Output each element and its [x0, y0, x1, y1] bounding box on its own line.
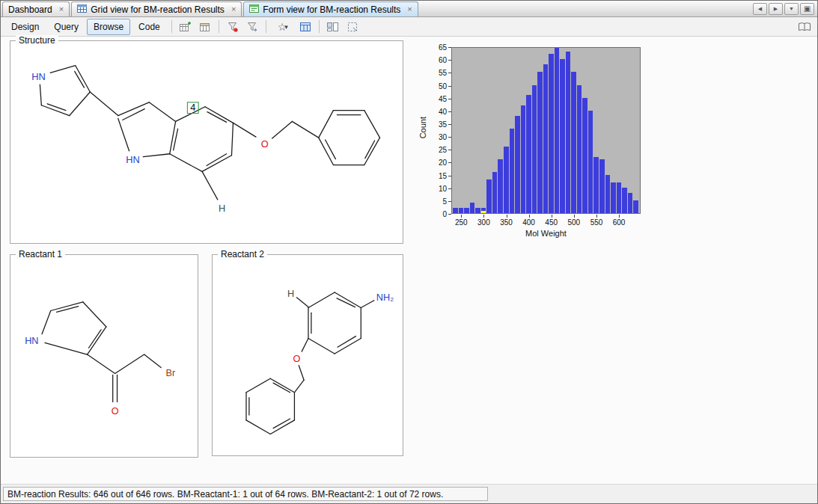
histogram-bar[interactable] — [566, 52, 571, 213]
edit-grid-icon[interactable] — [196, 19, 214, 34]
histogram-bar[interactable] — [588, 111, 593, 213]
x-tick-label: 450 — [545, 218, 558, 227]
histogram-bar[interactable] — [486, 179, 492, 213]
form-layout-icon[interactable] — [324, 19, 342, 34]
histogram-bar[interactable] — [526, 95, 531, 213]
y-tick-mark — [448, 124, 451, 125]
histogram-bar[interactable] — [599, 159, 605, 213]
structure-panel: Structure — [10, 40, 403, 244]
save-table-icon[interactable] — [296, 19, 314, 34]
reactant1-panel: Reactant 1 — [10, 254, 198, 458]
histogram-plot[interactable] — [451, 47, 641, 214]
histogram-bar[interactable] — [453, 208, 458, 213]
form-view-content: Structure — [1, 37, 817, 484]
y-tick-mark — [448, 111, 451, 112]
histogram-bar[interactable] — [555, 47, 560, 213]
tab-label: Form view for BM-reaction Results — [263, 4, 400, 15]
star-dropdown-caret-icon[interactable]: ▾ — [284, 23, 288, 31]
status-bar: BM-reaction Results: 646 out of 646 rows… — [1, 484, 817, 503]
histogram-bar[interactable] — [498, 159, 503, 213]
x-axis-label: Mol Weight — [451, 229, 641, 238]
histogram-bar[interactable] — [532, 85, 537, 214]
y-tick-label: 0 — [421, 210, 447, 218]
y-tick-label: 15 — [421, 172, 447, 180]
histogram-bar[interactable] — [543, 64, 549, 213]
histogram-bar[interactable] — [510, 129, 515, 213]
tab-list-dropdown-button[interactable]: ▼ — [784, 3, 799, 15]
app-window: Dashboard × Grid view for BM-reaction Re… — [0, 0, 818, 504]
histogram-bar[interactable] — [628, 193, 633, 213]
histogram-bar[interactable] — [593, 157, 599, 214]
reactant1-canvas[interactable]: HN O Br — [13, 257, 195, 455]
histogram-bar[interactable] — [560, 59, 565, 213]
histogram-bar[interactable] — [617, 182, 622, 213]
histogram-bar[interactable] — [492, 172, 498, 213]
x-tick-mark — [529, 215, 530, 218]
favorites-star-icon[interactable]: ☆ ▾ — [271, 19, 295, 34]
tab-close-icon[interactable]: × — [407, 5, 412, 13]
histogram-bar[interactable] — [633, 200, 638, 213]
atom-label-h: H — [287, 289, 294, 299]
maximize-view-button[interactable]: ▣ — [800, 3, 814, 15]
add-grid-icon[interactable] — [177, 19, 195, 34]
toolbar-separator — [219, 20, 219, 33]
histogram-bar[interactable] — [622, 188, 627, 213]
atom-label-o: O — [293, 354, 300, 364]
structure-canvas[interactable]: 4 HN HN O H — [13, 43, 400, 241]
histogram-bar[interactable] — [571, 72, 576, 213]
x-tick-label: 500 — [567, 218, 580, 227]
y-tick-label: 30 — [421, 133, 447, 141]
atom-label-o: O — [112, 406, 119, 417]
x-tick-label: 600 — [613, 218, 626, 227]
browse-button[interactable]: Browse — [87, 19, 130, 35]
histogram-bar[interactable] — [605, 175, 611, 214]
toolbar-separator — [266, 20, 266, 33]
tab-dashboard[interactable]: Dashboard × — [2, 1, 70, 16]
y-tick-mark — [448, 73, 451, 73]
filter-icon[interactable] — [224, 19, 242, 34]
histogram-bar[interactable] — [521, 105, 526, 213]
reactant2-panel: Reactant 2 — [212, 254, 403, 456]
scroll-tabs-left-button[interactable]: ◀ — [753, 3, 767, 15]
mol-weight-chart: Count Mol Weight 05101520253035404550556… — [417, 41, 660, 243]
atom-label-o: O — [261, 138, 269, 150]
tab-grid-view[interactable]: Grid view for BM-reaction Results × — [71, 1, 242, 16]
selection-marquee-icon[interactable] — [344, 19, 361, 34]
atom-label-nh: HN — [31, 71, 45, 82]
form-view-icon — [249, 4, 259, 16]
histogram-bar[interactable] — [611, 182, 616, 213]
histogram-bar[interactable] — [582, 98, 587, 213]
histogram-bar[interactable] — [504, 147, 509, 213]
book-icon[interactable] — [796, 19, 814, 34]
scroll-tabs-right-button[interactable]: ▶ — [769, 3, 783, 15]
x-tick-label: 300 — [477, 218, 490, 227]
histogram-bar[interactable] — [577, 85, 582, 214]
histogram-bar[interactable] — [464, 208, 469, 213]
y-tick-label: 25 — [421, 146, 447, 154]
histogram-bar[interactable] — [515, 116, 520, 213]
histogram-bar[interactable] — [537, 72, 543, 213]
y-tick-mark — [448, 60, 451, 61]
tab-strip-controls: ◀ ▶ ▼ ▣ — [753, 3, 817, 15]
code-button[interactable]: Code — [132, 19, 167, 35]
x-tick-label: 350 — [500, 218, 513, 227]
filter-flow-icon[interactable] — [243, 19, 261, 34]
histogram-bar[interactable] — [459, 208, 464, 213]
tab-form-view[interactable]: Form view for BM-reaction Results × — [243, 1, 418, 16]
atom-label-h: H — [219, 203, 225, 214]
histogram-bar[interactable] — [475, 208, 480, 213]
design-button[interactable]: Design — [4, 19, 46, 35]
query-button[interactable]: Query — [47, 19, 85, 35]
y-tick-mark — [448, 188, 451, 189]
tab-close-icon[interactable]: × — [59, 5, 64, 13]
atom-label-nh: HN — [126, 154, 139, 165]
status-bar-text: BM-reaction Results: 646 out of 646 rows… — [3, 487, 488, 501]
reactant2-canvas[interactable]: H NH₂ O — [215, 257, 400, 453]
tab-close-icon[interactable]: × — [231, 5, 236, 13]
y-tick-label: 10 — [421, 185, 447, 193]
histogram-bar[interactable] — [470, 203, 475, 213]
y-tick-label: 5 — [421, 197, 447, 206]
main-toolbar: Design Query Browse Code ☆ ▾ — [1, 17, 817, 37]
histogram-bar[interactable] — [549, 54, 554, 213]
y-tick-label: 65 — [421, 43, 447, 52]
